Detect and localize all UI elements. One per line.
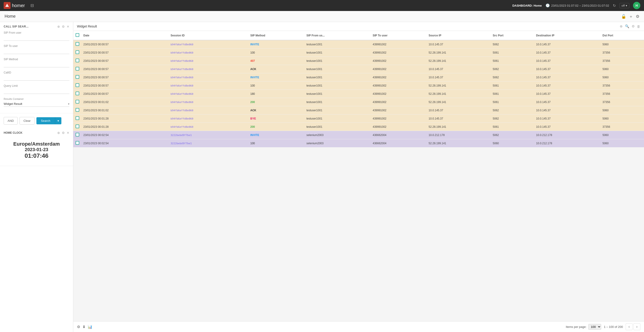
table-row[interactable]: 23/01/2023 00:00:57 b94fb6effd8e060 100 … — [73, 48, 644, 57]
delete-widget-icon[interactable]: ✕ — [67, 25, 70, 28]
row-session-id[interactable]: b94fb6effd8e060 — [169, 73, 248, 82]
call-id-group: CallID — [4, 71, 70, 80]
row-checkbox[interactable] — [76, 141, 79, 145]
row-sip-from: testuser1001 — [304, 98, 371, 106]
table-row[interactable]: 23/01/2023 00:01:28 b94fb6effd8e060 BYE … — [73, 114, 644, 123]
select-all-checkbox[interactable] — [76, 33, 79, 37]
table-row[interactable]: 23/01/2023 00:02:54 3222bebd9f7be1 100 s… — [73, 139, 644, 148]
row-session-id[interactable]: b94fb6effd8e060 — [169, 90, 248, 98]
clear-button[interactable]: Clear — [20, 117, 34, 124]
chart-icon[interactable]: 📊 — [88, 325, 92, 329]
row-method: ACK — [248, 65, 304, 73]
items-per-page-select[interactable]: 10 25 50 100 — [588, 324, 601, 330]
call-id-input[interactable] — [4, 75, 70, 80]
row-checkbox[interactable] — [76, 124, 79, 128]
row-checkbox[interactable] — [76, 100, 79, 104]
row-checkbox[interactable] — [76, 67, 79, 70]
row-checkbox[interactable] — [76, 133, 79, 136]
row-sip-to: 439991002 — [371, 98, 427, 106]
row-method: BYE — [248, 114, 304, 123]
row-checkbox[interactable] — [76, 50, 79, 54]
next-page-button[interactable]: › — [634, 323, 640, 330]
results-container-select[interactable]: Widget Result — [4, 101, 70, 107]
row-checkbox[interactable] — [76, 75, 79, 79]
table-row[interactable]: 23/01/2023 00:01:02 b94fb6effd8e060 ACK … — [73, 106, 644, 114]
table-row[interactable]: 23/01/2023 00:00:57 b94fb6effd8e060 180 … — [73, 90, 644, 98]
user-avatar[interactable]: H — [633, 2, 640, 9]
row-session-id[interactable]: b94fb6effd8e060 — [169, 123, 248, 131]
add-widget-icon[interactable]: ⊕ — [620, 24, 623, 28]
query-limit-input[interactable] — [4, 88, 70, 94]
sip-to-user-input[interactable] — [4, 48, 70, 54]
lock-icon[interactable]: 🔓 — [621, 14, 626, 19]
row-session-id[interactable]: b94fb6effd8e060 — [169, 57, 248, 65]
logo[interactable]: homer — [4, 2, 25, 9]
row-checkbox[interactable] — [76, 83, 79, 87]
table-row[interactable]: 23/01/2023 00:00:57 b94fb6effd8e060 INVI… — [73, 40, 644, 48]
and-button[interactable]: AND — [4, 117, 18, 124]
row-sip-from: testuser1001 — [304, 82, 371, 90]
delete-clock-icon[interactable]: ✕ — [67, 131, 70, 135]
row-dst-ip: 10.0.212.178 — [534, 139, 601, 148]
table-row[interactable]: 23/01/2023 00:01:28 b94fb6effd8e060 200 … — [73, 123, 644, 131]
row-checkbox[interactable] — [76, 92, 79, 95]
row-checkbox[interactable] — [76, 58, 79, 62]
settings-widget-icon[interactable]: ⚙ — [632, 24, 634, 28]
col-dst-port[interactable]: Dst Port — [601, 31, 644, 40]
col-session-id[interactable]: Session ID — [169, 31, 248, 40]
table-row[interactable]: 23/01/2023 00:02:54 3222bebd9f7be1 INVIT… — [73, 131, 644, 139]
col-sip-to[interactable]: SIP To user — [371, 31, 427, 40]
row-session-id[interactable]: b94fb6effd8e060 — [169, 48, 248, 57]
row-checkbox[interactable] — [76, 108, 79, 112]
col-src-port[interactable]: Src Port — [491, 31, 534, 40]
row-method: 200 — [248, 98, 304, 106]
row-checkbox[interactable] — [76, 116, 79, 120]
table-row[interactable]: 23/01/2023 00:00:57 b94fb6effd8e060 407 … — [73, 57, 644, 65]
chevron-down-icon: ▾ — [58, 119, 59, 122]
clock-date: 2023-01-23 — [7, 147, 66, 152]
col-source-ip[interactable]: Source IP — [427, 31, 491, 40]
row-dst-port: 5060 — [601, 65, 644, 73]
logo-text: homer — [12, 3, 25, 8]
sip-method-input[interactable] — [4, 62, 70, 67]
row-date: 23/01/2023 00:01:02 — [82, 106, 169, 114]
off-dropdown[interactable]: off ▾ — [620, 3, 629, 8]
col-dst-ip[interactable]: Destination IP — [534, 31, 601, 40]
refresh-icon[interactable]: ↻ — [613, 4, 616, 8]
search-button[interactable]: Search — [36, 117, 55, 124]
row-session-id[interactable]: 3222bebd9f7be1 — [169, 131, 248, 139]
row-session-id[interactable]: b94fb6effd8e060 — [169, 40, 248, 48]
table-row[interactable]: 23/01/2023 00:01:02 b94fb6effd8e060 200 … — [73, 98, 644, 106]
row-session-id[interactable]: b94fb6effd8e060 — [169, 65, 248, 73]
add-circle-icon[interactable]: ⊕ — [57, 25, 60, 28]
download-icon[interactable]: ⬇ — [82, 325, 86, 329]
search-widget: CALL SIP SEAR... ⊕ ⚙ ✕ SIP From user SIP… — [0, 22, 73, 113]
row-src-port: 5062 — [491, 131, 534, 139]
row-session-id[interactable]: b94fb6effd8e060 — [169, 114, 248, 123]
settings-widget-icon[interactable]: ⚙ — [62, 25, 65, 28]
delete-widget-icon[interactable]: 🗑 — [637, 24, 640, 28]
settings-footer-icon[interactable]: ⚙ — [77, 325, 80, 329]
sip-from-user-input[interactable] — [4, 35, 70, 41]
col-sip-from[interactable]: SIP From us... — [304, 31, 371, 40]
col-date[interactable]: Date — [82, 31, 169, 40]
table-row[interactable]: 23/01/2023 00:00:57 b94fb6effd8e060 INVI… — [73, 73, 644, 82]
row-checkbox[interactable] — [76, 42, 79, 46]
add-clock-icon[interactable]: ⊕ — [57, 131, 60, 135]
table-row[interactable]: 23/01/2023 00:00:57 b94fb6effd8e060 100 … — [73, 82, 644, 90]
search-widget-icon[interactable]: 🔍 — [625, 24, 629, 28]
row-session-id[interactable]: b94fb6effd8e060 — [169, 82, 248, 90]
add-icon[interactable]: ＋ — [629, 14, 633, 19]
row-session-id[interactable]: b94fb6effd8e060 — [169, 98, 248, 106]
prev-page-button[interactable]: ‹ — [626, 323, 632, 330]
search-dropdown-button[interactable]: ▾ — [55, 117, 62, 124]
settings-clock-icon[interactable]: ⚙ — [62, 131, 65, 135]
col-sip-method[interactable]: SIP Method — [248, 31, 304, 40]
sliders-icon[interactable]: ⊟ — [30, 3, 34, 8]
row-session-id[interactable]: b94fb6effd8e060 — [169, 106, 248, 114]
row-src-port: 5062 — [491, 114, 534, 123]
settings-icon[interactable]: ⚙ — [636, 14, 640, 19]
clock-display: Europe/Amsterdam 2023-01-23 01:07:46 — [4, 138, 70, 163]
row-session-id[interactable]: 3222bebd9f7be1 — [169, 139, 248, 148]
table-row[interactable]: 23/01/2023 00:00:57 b94fb6effd8e060 ACK … — [73, 65, 644, 73]
